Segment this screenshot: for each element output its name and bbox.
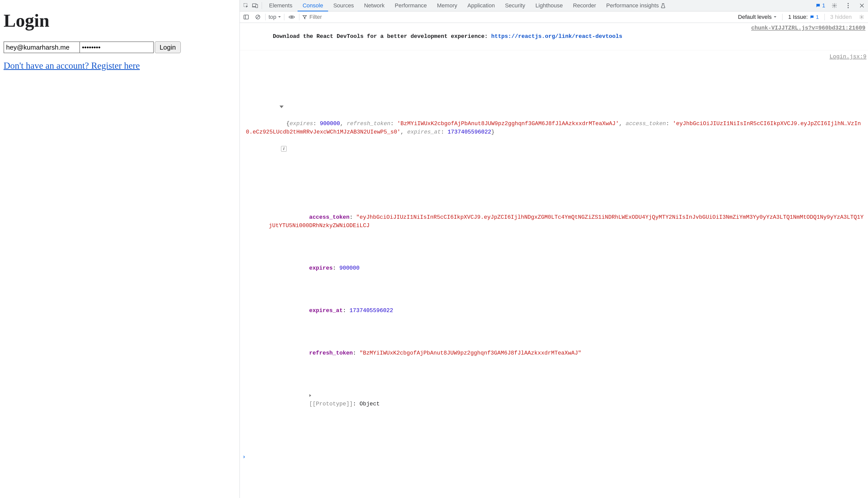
svg-rect-7 bbox=[244, 15, 248, 19]
svg-point-4 bbox=[848, 3, 848, 4]
console-settings-gear-icon[interactable] bbox=[857, 13, 866, 21]
disclosure-triangle-icon[interactable] bbox=[280, 106, 283, 108]
levels-label: Default levels bbox=[738, 14, 771, 20]
disclosure-triangle-icon[interactable] bbox=[309, 394, 311, 397]
inspect-element-icon[interactable] bbox=[241, 1, 251, 10]
tab-recorder[interactable]: Recorder bbox=[568, 0, 601, 11]
messages-count: 1 bbox=[822, 2, 825, 9]
svg-point-10 bbox=[861, 16, 863, 18]
console-messages: Download the React DevTools for a better… bbox=[240, 23, 868, 498]
svg-point-9 bbox=[291, 16, 293, 18]
email-field[interactable] bbox=[3, 41, 80, 53]
app-page: Login Login Don't have an account? Regis… bbox=[0, 0, 240, 498]
object-properties: access_token: "eyJhbGciOiJIUzI1NiIsInR5c… bbox=[246, 188, 866, 434]
svg-point-5 bbox=[848, 5, 848, 6]
download-text: Download the React DevTools for a better… bbox=[273, 33, 491, 40]
chevron-right-icon: › bbox=[242, 453, 246, 461]
prop-row[interactable]: expires: 900000 bbox=[269, 255, 866, 281]
svg-point-6 bbox=[848, 7, 848, 8]
register-link[interactable]: Don't have an account? Register here bbox=[3, 60, 236, 71]
message-icon bbox=[810, 15, 814, 19]
toggle-sidebar-icon[interactable] bbox=[242, 13, 251, 21]
message-icon bbox=[816, 3, 821, 8]
settings-gear-icon[interactable] bbox=[830, 1, 839, 10]
tab-lighthouse[interactable]: Lighthouse bbox=[530, 0, 568, 11]
filter-input[interactable] bbox=[309, 13, 735, 21]
console-row-download: Download the React DevTools for a better… bbox=[240, 23, 868, 50]
object-summary[interactable]: {expires: 900000, refresh_token: 'BzMYiI… bbox=[246, 120, 861, 144]
context-label: top bbox=[269, 14, 277, 20]
devtools-panel: Elements Console Sources Network Perform… bbox=[240, 0, 868, 498]
console-prompt[interactable]: › bbox=[240, 451, 868, 463]
messages-badge[interactable]: 1 bbox=[816, 2, 825, 9]
perf-insights-label: Performance insights bbox=[606, 2, 659, 9]
separator bbox=[299, 14, 299, 20]
device-toolbar-icon[interactable] bbox=[251, 1, 260, 10]
devtools-tabs-right: 1 bbox=[816, 1, 867, 10]
funnel-icon bbox=[303, 15, 307, 19]
flask-icon bbox=[661, 3, 665, 8]
issues-label: 1 Issue: bbox=[788, 14, 808, 20]
hidden-messages[interactable]: 3 hidden bbox=[830, 14, 852, 20]
clear-console-icon[interactable] bbox=[254, 13, 262, 21]
page-title: Login bbox=[3, 10, 236, 31]
download-link[interactable]: https://reactjs.org/link/react-devtools bbox=[491, 33, 622, 40]
svg-rect-2 bbox=[256, 4, 258, 8]
console-row-object: Login.jsx:9 {expires: 900000, refresh_to… bbox=[240, 50, 868, 451]
log-levels-selector[interactable]: Default levels bbox=[738, 14, 777, 20]
login-button[interactable]: Login bbox=[155, 41, 181, 53]
context-selector[interactable]: top bbox=[269, 14, 281, 20]
console-toolbar-right: Default levels 1 Issue: 1 3 hidden bbox=[738, 13, 866, 21]
console-toolbar: top Default levels 1 Issue: 1 bbox=[240, 11, 868, 23]
tab-performance[interactable]: Performance bbox=[390, 0, 432, 11]
prop-row[interactable]: access_token: "eyJhbGciOiJIUzI1NiIsInR5c… bbox=[269, 205, 866, 239]
tab-memory[interactable]: Memory bbox=[432, 0, 462, 11]
tab-network[interactable]: Network bbox=[359, 0, 390, 11]
issues-indicator[interactable]: 1 Issue: 1 bbox=[788, 14, 819, 20]
separator bbox=[284, 14, 284, 20]
separator bbox=[825, 14, 825, 20]
tab-security[interactable]: Security bbox=[500, 0, 530, 11]
filter-box[interactable] bbox=[303, 13, 735, 21]
tab-console[interactable]: Console bbox=[297, 0, 328, 11]
chevron-down-icon bbox=[774, 16, 777, 18]
password-field[interactable] bbox=[80, 41, 154, 53]
tab-application[interactable]: Application bbox=[462, 0, 500, 11]
prop-row[interactable]: expires_at: 1737405596022 bbox=[269, 298, 866, 324]
tab-elements[interactable]: Elements bbox=[264, 0, 297, 11]
devtools-tabs: Elements Console Sources Network Perform… bbox=[240, 0, 868, 11]
info-icon[interactable]: i bbox=[281, 146, 286, 152]
prop-row-prototype[interactable]: [[Prototype]]: Object bbox=[269, 383, 866, 417]
issues-count: 1 bbox=[816, 14, 819, 20]
kebab-menu-icon[interactable] bbox=[844, 1, 853, 10]
separator bbox=[782, 14, 782, 20]
svg-point-3 bbox=[834, 5, 835, 6]
login-form: Login bbox=[3, 41, 236, 53]
source-link[interactable]: Login.jsx:9 bbox=[830, 54, 867, 60]
prop-row[interactable]: refresh_token: "BzMYiIWUxK2cbgofAjPbAnut… bbox=[269, 340, 866, 366]
live-expression-eye-icon[interactable] bbox=[288, 13, 296, 21]
chevron-down-icon bbox=[278, 16, 281, 18]
separator bbox=[265, 14, 266, 20]
close-devtools-icon[interactable] bbox=[857, 1, 867, 10]
tab-performance-insights[interactable]: Performance insights bbox=[601, 0, 671, 11]
tab-sources[interactable]: Sources bbox=[328, 0, 359, 11]
